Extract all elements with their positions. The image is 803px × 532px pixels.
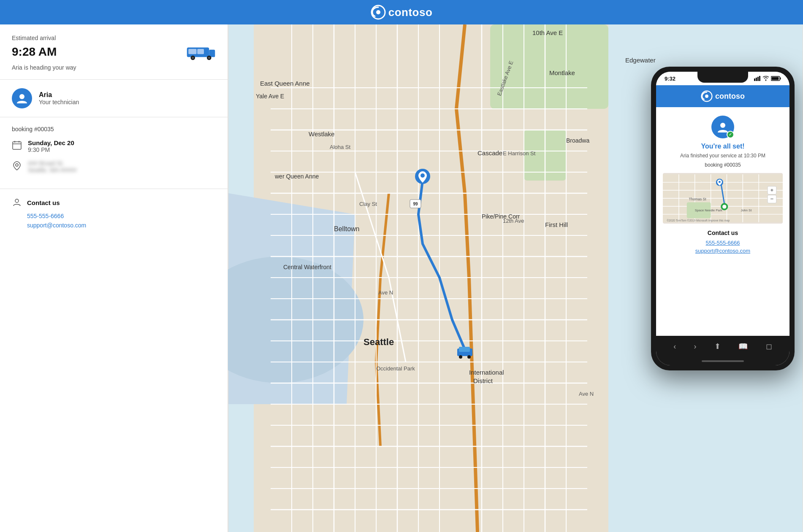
- svg-point-9: [208, 57, 210, 59]
- svg-point-16: [15, 199, 19, 203]
- phone-all-set-text: You're all set!: [701, 143, 744, 150]
- address-line2: Seattle, WA #####: [28, 167, 76, 173]
- svg-text:©2020 TomTom ©2019 Microsoft  : ©2020 TomTom ©2019 Microsoft Improve thi…: [667, 219, 730, 222]
- contact-phone[interactable]: 555-555-6666: [27, 213, 216, 219]
- arrival-time-row: 9:28 AM: [12, 43, 216, 61]
- phone-logo-icon: [701, 90, 713, 102]
- svg-point-113: [719, 181, 721, 183]
- svg-point-7: [192, 57, 194, 59]
- svg-point-10: [19, 94, 24, 99]
- booking-section: booking #00035 Sunday, Dec 20 9:30 PM: [0, 117, 228, 189]
- svg-text:First Hill: First Hill: [545, 221, 568, 228]
- contact-email[interactable]: support@contoso.com: [27, 222, 216, 229]
- svg-rect-91: [757, 77, 759, 81]
- svg-text:District: District: [473, 377, 493, 384]
- svg-text:Occidental Park: Occidental Park: [376, 365, 415, 372]
- svg-text:Thomas St: Thomas St: [689, 197, 707, 201]
- phone-contact-email[interactable]: support@contoso.com: [665, 248, 781, 254]
- svg-rect-60: [459, 347, 470, 352]
- svg-rect-11: [13, 142, 21, 149]
- contact-header-row: Contact us: [12, 197, 216, 208]
- svg-text:Belltown: Belltown: [334, 225, 359, 232]
- address-row: ### Broad St. Seattle, WA #####: [12, 160, 216, 173]
- van-icon: [186, 43, 216, 61]
- map-area: 99 Yale Ave E 10th Ave E E Harrison St 1…: [228, 24, 803, 532]
- svg-text:Aloha St: Aloha St: [330, 144, 351, 150]
- phone-contact-title: Contact us: [665, 230, 781, 236]
- phone-tech-avatar: [711, 116, 734, 138]
- phone-mini-map: Thomas St Space Needle Park John St + − …: [663, 173, 783, 224]
- svg-point-98: [720, 123, 725, 128]
- svg-text:Montlake: Montlake: [549, 69, 575, 76]
- svg-point-62: [467, 355, 471, 359]
- date-row: Sunday, Dec 20 9:30 PM: [12, 139, 216, 153]
- svg-text:International: International: [469, 369, 504, 376]
- tech-info: Aria Your technician: [39, 91, 79, 105]
- svg-text:Ave N: Ave N: [579, 391, 594, 397]
- phone-mockup: 9:32: [651, 67, 795, 370]
- svg-text:John St: John St: [741, 208, 752, 212]
- phone-check-badge: [727, 131, 734, 138]
- header: contoso: [0, 0, 803, 24]
- svg-point-58: [420, 173, 425, 178]
- phone-contact-phone[interactable]: 555-555-6666: [665, 240, 781, 246]
- svg-text:Cascade: Cascade: [477, 149, 502, 157]
- svg-rect-90: [756, 78, 757, 81]
- address-line1: ### Broad St.: [28, 160, 76, 167]
- phone-booking-number: booking #00035: [705, 162, 741, 168]
- tech-name: Aria: [39, 91, 79, 99]
- svg-text:Central Waterfront: Central Waterfront: [283, 264, 331, 270]
- phone-screen: 9:32: [656, 72, 789, 365]
- svg-text:Pike/Pine Corr: Pike/Pine Corr: [482, 213, 520, 220]
- contact-title: Contact us: [27, 199, 60, 206]
- heading-text: Aria is heading your way: [12, 64, 216, 71]
- svg-text:Seattle: Seattle: [364, 337, 394, 347]
- svg-text:Space Needle Park: Space Needle Park: [695, 208, 722, 212]
- arrival-section: Estimated arrival 9:28 AM Aria is headin…: [0, 24, 228, 80]
- logo-text: contoso: [388, 6, 433, 19]
- phone-notch: [697, 72, 748, 83]
- battery-icon: [771, 76, 781, 81]
- phone-app-header: contoso: [656, 85, 789, 107]
- phone-back-btn[interactable]: ‹: [673, 342, 676, 351]
- svg-point-1: [376, 10, 380, 14]
- phone-bookmarks-btn[interactable]: 📖: [738, 342, 748, 351]
- arrival-time: 9:28 AM: [12, 45, 57, 59]
- booking-date: Sunday, Dec 20: [28, 139, 74, 146]
- svg-text:10th Ave E: 10th Ave E: [532, 29, 563, 36]
- phone-share-btn[interactable]: ⬆: [714, 342, 721, 351]
- phone-person-icon: [716, 121, 729, 133]
- svg-point-115: [722, 205, 726, 208]
- phone-mini-map-svg: Thomas St Space Needle Park John St + − …: [663, 173, 783, 224]
- svg-rect-4: [188, 49, 196, 54]
- svg-text:+: +: [770, 187, 774, 193]
- phone-home-indicator: [656, 357, 789, 365]
- svg-point-97: [705, 95, 708, 98]
- svg-text:Broadwa: Broadwa: [566, 137, 589, 144]
- contoso-logo-icon: [371, 5, 386, 20]
- phone-contact-section: Contact us 555-555-6666 support@contoso.…: [663, 230, 783, 256]
- calendar-icon: [12, 140, 22, 150]
- svg-point-61: [459, 355, 462, 359]
- svg-text:Clay St: Clay St: [359, 201, 377, 207]
- address-text: ### Broad St. Seattle, WA #####: [28, 160, 76, 173]
- svg-text:99: 99: [413, 202, 418, 206]
- phone-tabs-btn[interactable]: ◻: [766, 342, 772, 351]
- phone-logo-text: contoso: [715, 92, 745, 101]
- svg-text:Ave N: Ave N: [378, 289, 393, 296]
- location-icon: [12, 161, 22, 171]
- svg-rect-95: [772, 77, 779, 80]
- phone-forward-btn[interactable]: ›: [694, 342, 697, 351]
- booking-number: booking #00035: [12, 126, 216, 132]
- svg-rect-94: [780, 78, 781, 80]
- svg-text:wer Queen Anne: wer Queen Anne: [274, 173, 319, 180]
- technician-section: Aria Your technician: [0, 80, 228, 117]
- date-text: Sunday, Dec 20 9:30 PM: [28, 139, 74, 153]
- phone-time: 9:32: [665, 76, 675, 82]
- wifi-icon: [762, 76, 769, 81]
- left-panel: Estimated arrival 9:28 AM Aria is headin…: [0, 24, 228, 532]
- tech-avatar: [12, 88, 32, 108]
- svg-rect-92: [759, 76, 760, 81]
- logo-container: contoso: [371, 5, 433, 20]
- person-icon: [16, 92, 28, 104]
